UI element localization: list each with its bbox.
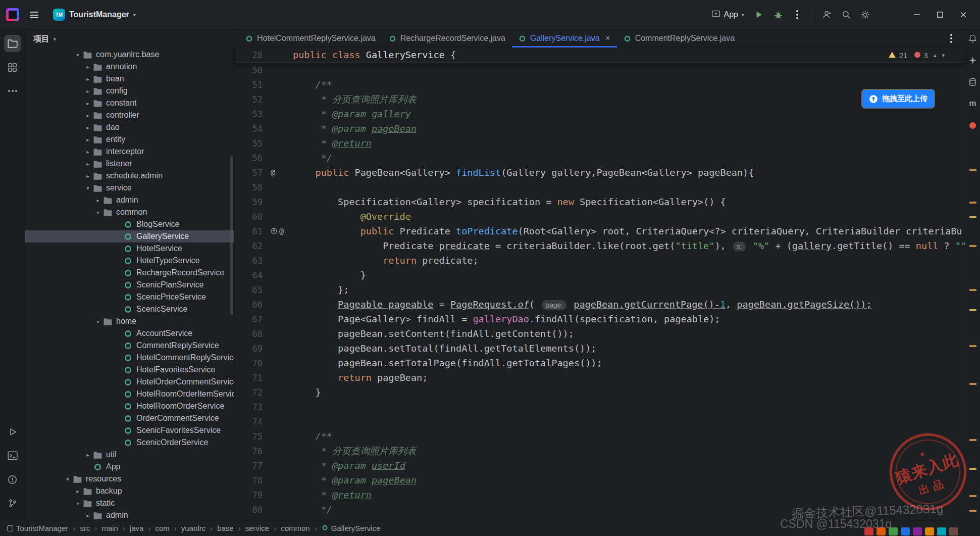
structure-tool-button[interactable] — [4, 59, 21, 76]
analysis-mark[interactable] — [969, 216, 976, 218]
tree-item-bean[interactable]: ▸bean — [25, 73, 234, 85]
chevron-down-icon[interactable]: ▾ — [82, 185, 93, 191]
problems-tool-button[interactable] — [4, 471, 21, 488]
tree-item-util[interactable]: ▸util — [25, 449, 234, 461]
code-line-60[interactable]: 60 @Override — [235, 209, 965, 224]
tree-item-HotelTypeService[interactable]: HotelTypeService — [25, 255, 234, 267]
terminal-tool-button[interactable] — [4, 447, 21, 464]
next-problem-icon[interactable]: ▾ — [942, 52, 945, 58]
tree-item-static[interactable]: ▾static — [25, 497, 234, 509]
tree-item-ScenicOrderService[interactable]: ScenicOrderService — [25, 436, 234, 449]
tree-item-HotelOrderCommentService[interactable]: HotelOrderCommentService — [25, 376, 234, 388]
chevron-down-icon[interactable]: ▾ — [72, 52, 83, 58]
tree-item-controller[interactable]: ▸controller — [25, 109, 234, 121]
code-line-64[interactable]: 64 } — [235, 268, 965, 282]
chevron-right-icon[interactable]: ▸ — [82, 513, 93, 518]
code-line-52[interactable]: 52 * 分页查询照片库列表 — [235, 92, 965, 107]
tree-item-ScenicPlanService[interactable]: ScenicPlanService — [25, 279, 234, 291]
tree-scrollbar[interactable] — [230, 156, 233, 315]
breadcrumb-item-main[interactable]: main — [101, 524, 118, 532]
more-tools-button[interactable] — [4, 82, 21, 100]
code-line-69[interactable]: 69 pageBean.setTotal(findAll.getTotalEle… — [235, 341, 965, 356]
chevron-right-icon[interactable]: ▸ — [82, 149, 93, 155]
tree-item-admin[interactable]: ▸admin — [25, 194, 234, 206]
tree-item-ScenicFavoritesService[interactable]: ScenicFavoritesService — [25, 424, 234, 436]
close-icon[interactable]: × — [605, 33, 610, 43]
overriding-method-icon[interactable] — [271, 228, 277, 234]
chevron-down-icon[interactable]: ▾ — [62, 476, 73, 482]
inspections-widget[interactable]: 21 3 ▴ ▾ — [889, 51, 945, 59]
tab-CommentReplyService.java[interactable]: CommentReplyService.java — [617, 30, 741, 47]
code-line-55[interactable]: 55 * @return — [235, 136, 965, 151]
code-line-50[interactable]: 50 — [235, 63, 965, 77]
chevron-down-icon[interactable]: ▾ — [72, 501, 83, 506]
project-tool-button[interactable] — [4, 35, 21, 52]
tree-item-ScenicService[interactable]: ScenicService — [25, 303, 234, 315]
chevron-right-icon[interactable]: ▸ — [82, 173, 93, 179]
version-control-tool-button[interactable] — [4, 495, 21, 512]
analysis-mark[interactable] — [969, 383, 976, 385]
code-line-77[interactable]: 77 * @param userId — [235, 458, 965, 473]
analysis-mark[interactable] — [969, 309, 976, 311]
code-line-76[interactable]: 76 * 分页查询照片库列表 — [235, 444, 965, 458]
code-line-72[interactable]: 72 } — [235, 385, 965, 400]
tree-item-HotelService[interactable]: HotelService — [25, 242, 234, 255]
prev-problem-icon[interactable]: ▴ — [934, 52, 937, 58]
breadcrumb-item-service[interactable]: service — [245, 524, 270, 532]
more-actions-button[interactable] — [789, 6, 806, 23]
tree-item-listener[interactable]: ▸listener — [25, 158, 234, 170]
tree-item-dao[interactable]: ▸dao — [25, 121, 234, 133]
tab-GalleryService.java[interactable]: GalleryService.java× — [512, 30, 617, 47]
tree-item-service[interactable]: ▾service — [25, 182, 234, 194]
tree-item-App[interactable]: App — [25, 461, 234, 473]
tab-HotelCommentReplyService.java[interactable]: HotelCommentReplyService.java — [239, 30, 382, 47]
analysis-mark[interactable] — [969, 495, 976, 497]
analysis-mark[interactable] — [969, 202, 976, 204]
analysis-mark[interactable] — [969, 510, 976, 512]
analysis-mark[interactable] — [969, 345, 976, 347]
upload-overlay-button[interactable]: 拖拽至此上传 — [862, 90, 934, 108]
breadcrumb-item-base[interactable]: base — [217, 524, 234, 532]
tree-item-schedule.admin[interactable]: ▸schedule.admin — [25, 170, 234, 182]
chevron-down-icon[interactable]: ▾ — [92, 319, 104, 324]
project-panel-header[interactable]: 项目 ▾ — [25, 30, 234, 48]
code-line-73[interactable]: 73 — [235, 400, 965, 414]
code-line-51[interactable]: 51 /** — [235, 77, 965, 92]
breadcrumb-item-src[interactable]: src — [80, 524, 90, 532]
tree-item-com.yuanlrc.base[interactable]: ▾com.yuanlrc.base — [25, 48, 234, 61]
breadcrumb-item-TouristManager[interactable]: TouristManager — [7, 524, 68, 532]
main-menu-button[interactable] — [25, 6, 42, 23]
code-line-65[interactable]: 65 }; — [235, 282, 965, 297]
tree-item-HotelCommentReplyService[interactable]: HotelCommentReplyService — [25, 352, 234, 364]
analysis-mark[interactable] — [969, 245, 976, 247]
run-button[interactable] — [750, 6, 767, 23]
chevron-right-icon[interactable]: ▸ — [82, 452, 93, 458]
code-line-53[interactable]: 53 * @param gallery — [235, 107, 965, 121]
tree-item-CommentReplyService[interactable]: CommentReplyService — [25, 339, 234, 352]
close-window-button[interactable] — [953, 4, 974, 25]
maximize-button[interactable] — [930, 4, 951, 25]
code-line-66[interactable]: 66 Pageable pageable = PageRequest.of( p… — [235, 297, 965, 312]
breadcrumb-item-java[interactable]: java — [130, 524, 144, 532]
tree-item-HotelRoomOrderItemService[interactable]: HotelRoomOrderItemService — [25, 388, 234, 400]
code-line-58[interactable]: 58 — [235, 180, 965, 194]
chevron-right-icon[interactable]: ▸ — [82, 125, 93, 130]
tab-options-button[interactable] — [943, 30, 960, 47]
chevron-right-icon[interactable]: ▸ — [82, 101, 93, 106]
code-line-70[interactable]: 70 pageBean.setTotalPage(findAll.getTota… — [235, 356, 965, 370]
code-line-71[interactable]: 71 return pageBean; — [235, 370, 965, 385]
code-line-61[interactable]: 61@ public Predicate toPredicate(Root<Ga… — [235, 224, 965, 238]
tab-RechargeRecordService.java[interactable]: RechargeRecordService.java — [382, 30, 512, 47]
tree-item-GalleryService[interactable]: GalleryService — [25, 230, 234, 242]
breadcrumb-item-GalleryService[interactable]: GalleryService — [322, 524, 381, 532]
tree-item-OrderCommentService[interactable]: OrderCommentService — [25, 412, 234, 424]
minimize-button[interactable] — [906, 4, 927, 25]
tree-item-BlogService[interactable]: BlogService — [25, 218, 234, 230]
analysis-mark[interactable] — [969, 468, 976, 470]
tree-item-backup[interactable]: ▸backup — [25, 485, 234, 497]
code-line-59[interactable]: 59 Specification<Gallery> specification … — [235, 194, 965, 209]
chevron-right-icon[interactable]: ▸ — [82, 113, 93, 118]
tree-item-home[interactable]: ▾home — [25, 315, 234, 327]
analysis-mark[interactable] — [969, 169, 976, 171]
breadcrumb-item-com[interactable]: com — [155, 524, 169, 532]
